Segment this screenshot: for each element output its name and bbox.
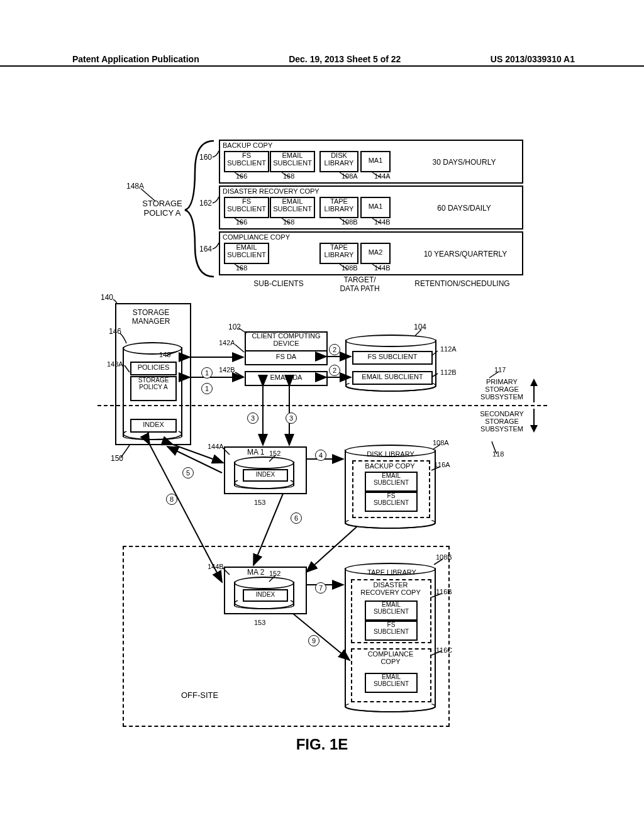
primary-sub: PRIMARY STORAGE SUBSYSTEM <box>474 378 530 401</box>
header-left: Patent Application Publication <box>72 54 199 64</box>
step-4: 4 <box>315 450 326 461</box>
ref-116b: 116B <box>436 588 452 595</box>
ref-108Aa: 108A <box>341 172 358 180</box>
ref-142b: 142B <box>219 366 235 374</box>
dr-title: DISASTER RECOVERY COPY <box>223 187 348 195</box>
comp-copy-label: COMPLIANCE COPY <box>357 650 425 665</box>
ma1-index: INDEX <box>243 469 288 482</box>
ref-148A: 148A <box>107 360 123 368</box>
ref-152b: 152 <box>269 570 280 577</box>
arrow-down-icon <box>530 425 538 433</box>
page: Patent Application Publication Dec. 19, … <box>0 0 644 830</box>
ma2-label: MA 2 <box>247 568 264 577</box>
disk-library-label: DISK LIBRARY <box>362 450 419 458</box>
ref-142a: 142A <box>219 339 235 346</box>
ref-117: 117 <box>494 366 506 374</box>
dr-copy-label: DISASTER RECOVERY COPY <box>355 581 426 596</box>
step-1a: 1 <box>201 367 213 379</box>
ref-112a: 112A <box>440 345 457 353</box>
comp-lib: TAPE LIBRARY <box>319 243 358 264</box>
backup-email: EMAIL SUBCLIENT <box>270 151 315 172</box>
dr-lib: TAPE LIBRARY <box>319 197 358 218</box>
ref-102: 102 <box>228 323 241 331</box>
fs-subclient: FS SUBCLIENT <box>352 351 433 365</box>
col-target: TARGET/ DATA PATH <box>335 275 385 293</box>
ref-108Bb: 108B <box>341 218 358 226</box>
ref-144b-b: 144B <box>208 563 224 570</box>
storage-manager-label: STORAGE MANAGER <box>123 308 179 326</box>
ref-118: 118 <box>492 450 504 458</box>
comp-email: EMAIL SUBCLIENT <box>224 243 269 264</box>
figure-label: FIG. 1E <box>0 736 644 753</box>
storage-policy-a-title: STORAGE POLICY A <box>137 199 187 218</box>
ref-144a-b: 144A <box>208 443 224 450</box>
ref-116c: 116C <box>436 646 452 654</box>
tape-library-label: TAPE LIBRARY <box>364 568 420 576</box>
step-7: 7 <box>315 582 326 594</box>
backup-lib: DISK LIBRARY <box>319 151 358 172</box>
backup-ret: 30 DAYS/HOURLY <box>417 158 511 167</box>
ref-108Bc: 108B <box>341 264 358 272</box>
ref-162: 162 <box>199 199 212 208</box>
ref-168c: 168 <box>236 264 247 272</box>
index-sm: INDEX <box>130 419 177 433</box>
svg-line-8 <box>167 446 222 473</box>
comp-ret: 10 YEARS/QUARTERLY <box>412 250 519 258</box>
ref-144Aa: 144A <box>374 172 391 180</box>
dr-email-sub: EMAIL SUBCLIENT <box>365 600 418 621</box>
ref-144Bb: 144B <box>374 218 391 226</box>
ref-168a: 168 <box>283 172 294 180</box>
ref-166a: 166 <box>236 172 247 180</box>
step-6: 6 <box>291 512 302 524</box>
ma2-index: INDEX <box>243 589 288 602</box>
dr-ma: MA1 <box>360 197 391 218</box>
step-1b: 1 <box>201 383 213 394</box>
email-da: EMAIL DA <box>245 371 328 386</box>
ref-153a: 153 <box>254 499 265 506</box>
backup-fs-sub: FS SUBCLIENT <box>365 492 418 512</box>
backup-copy-label: BACKUP COPY <box>359 462 421 470</box>
ref-104: 104 <box>414 323 426 331</box>
comp-title: COMPLIANCE COPY <box>223 233 323 241</box>
ref-148a-top: 148A <box>126 182 144 191</box>
ref-112b: 112B <box>440 368 457 376</box>
secondary-sub: SECONDARY STORAGE SUBSYSTEM <box>474 410 530 433</box>
client-device: CLIENT COMPUTING DEVICE <box>245 331 328 353</box>
header-right: US 2013/0339310 A1 <box>491 54 575 64</box>
step-2b: 2 <box>329 365 340 376</box>
ref-153b: 153 <box>254 619 265 626</box>
dr-fs: FS SUBCLIENT <box>224 197 269 218</box>
step-3b: 3 <box>286 412 297 424</box>
comp-email-sub: EMAIL SUBCLIENT <box>365 673 418 693</box>
ref-146: 146 <box>109 327 121 336</box>
ref-150: 150 <box>111 454 123 463</box>
ref-160: 160 <box>199 153 212 162</box>
storage-policy-a-label: STORAGE POLICY A <box>130 376 177 401</box>
ref-148: 148 <box>159 351 170 358</box>
col-retention: RETENTION/SCHEDULING <box>402 279 522 288</box>
ref-108a-b: 108A <box>433 439 449 446</box>
ref-168b: 168 <box>283 218 294 226</box>
step-2a: 2 <box>329 344 340 355</box>
dr-fs-sub: FS SUBCLIENT <box>365 621 418 641</box>
dr-email: EMAIL SUBCLIENT <box>270 197 315 218</box>
ref-140: 140 <box>101 293 113 302</box>
offsite-label: OFF-SITE <box>181 690 218 700</box>
comp-ma: MA2 <box>360 243 391 264</box>
ref-108b-b: 108B <box>436 553 452 561</box>
ref-164: 164 <box>199 245 212 253</box>
email-subclient: EMAIL SUBCLIENT <box>352 371 433 385</box>
backup-title: BACKUP COPY <box>223 141 292 149</box>
backup-fs: FS SUBCLIENT <box>224 151 269 172</box>
step-9: 9 <box>308 635 319 646</box>
primary-arrow-stem <box>533 386 535 402</box>
dr-ret: 60 DAYS/DAILY <box>417 204 511 213</box>
ref-152a: 152 <box>269 450 280 457</box>
arrow-up-icon <box>530 379 538 386</box>
secondary-arrow-stem <box>533 409 535 425</box>
backup-email-sub: EMAIL SUBCLIENT <box>365 472 418 492</box>
col-subclients: SUB-CLIENTS <box>244 279 313 288</box>
ma1-label: MA 1 <box>247 448 264 456</box>
header-center: Dec. 19, 2013 Sheet 5 of 22 <box>289 54 401 64</box>
step-8: 8 <box>166 494 177 505</box>
